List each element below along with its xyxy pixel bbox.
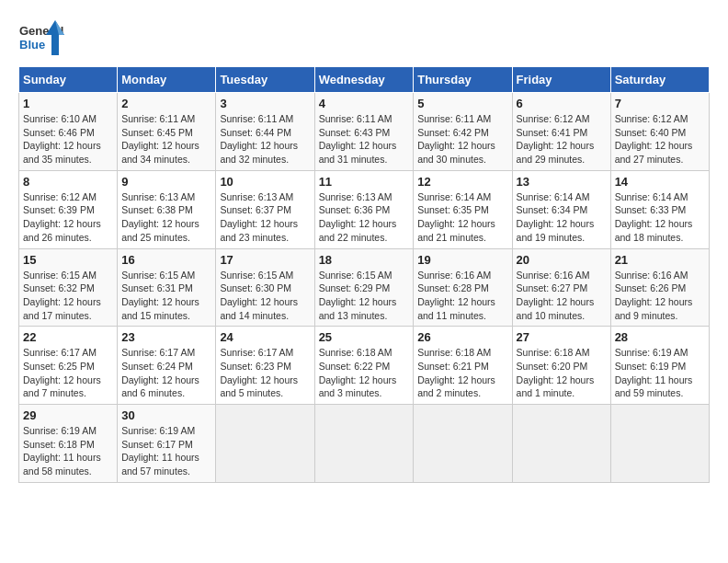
calendar-week-5: 29 Sunrise: 6:19 AMSunset: 6:18 PMDaylig… — [19, 405, 710, 483]
col-tuesday: Tuesday — [216, 67, 314, 93]
calendar-cell: 30 Sunrise: 6:19 AMSunset: 6:17 PMDaylig… — [118, 405, 216, 483]
calendar-week-4: 22 Sunrise: 6:17 AMSunset: 6:25 PMDaylig… — [19, 327, 710, 405]
calendar-cell: 26 Sunrise: 6:18 AMSunset: 6:21 PMDaylig… — [414, 327, 512, 405]
day-info: Sunrise: 6:15 AMSunset: 6:31 PMDaylight:… — [121, 270, 199, 321]
day-info: Sunrise: 6:13 AMSunset: 6:37 PMDaylight:… — [220, 191, 298, 243]
logo: General Blue — [18, 18, 64, 57]
calendar-cell: 9 Sunrise: 6:13 AMSunset: 6:38 PMDayligh… — [118, 170, 216, 248]
day-number: 21 — [615, 253, 705, 267]
calendar-cell: 13 Sunrise: 6:14 AMSunset: 6:34 PMDaylig… — [512, 170, 610, 248]
calendar-cell — [610, 405, 709, 483]
calendar-cell: 2 Sunrise: 6:11 AMSunset: 6:45 PMDayligh… — [118, 93, 216, 171]
calendar-cell: 6 Sunrise: 6:12 AMSunset: 6:41 PMDayligh… — [512, 93, 610, 171]
calendar-cell: 17 Sunrise: 6:15 AMSunset: 6:30 PMDaylig… — [216, 248, 314, 327]
page-header: General Blue — [18, 18, 710, 57]
day-info: Sunrise: 6:11 AMSunset: 6:45 PMDaylight:… — [121, 113, 199, 165]
day-number: 19 — [417, 253, 507, 267]
col-friday: Friday — [512, 67, 610, 93]
calendar-cell: 12 Sunrise: 6:14 AMSunset: 6:35 PMDaylig… — [414, 170, 512, 248]
day-number: 16 — [121, 253, 211, 267]
day-number: 26 — [417, 330, 507, 344]
day-info: Sunrise: 6:11 AMSunset: 6:42 PMDaylight:… — [417, 113, 495, 165]
day-info: Sunrise: 6:19 AMSunset: 6:19 PMDaylight:… — [615, 347, 693, 398]
calendar-week-3: 15 Sunrise: 6:15 AMSunset: 6:32 PMDaylig… — [19, 248, 710, 327]
day-number: 30 — [121, 408, 211, 422]
day-info: Sunrise: 6:19 AMSunset: 6:17 PMDaylight:… — [121, 425, 199, 477]
calendar-cell: 3 Sunrise: 6:11 AMSunset: 6:44 PMDayligh… — [216, 93, 314, 171]
day-number: 10 — [220, 175, 310, 189]
day-number: 12 — [417, 175, 507, 189]
day-info: Sunrise: 6:13 AMSunset: 6:36 PMDaylight:… — [319, 191, 397, 243]
calendar-cell: 8 Sunrise: 6:12 AMSunset: 6:39 PMDayligh… — [19, 170, 118, 248]
day-info: Sunrise: 6:14 AMSunset: 6:33 PMDaylight:… — [615, 191, 693, 243]
day-number: 29 — [23, 408, 113, 422]
calendar-cell: 16 Sunrise: 6:15 AMSunset: 6:31 PMDaylig… — [118, 248, 216, 327]
col-sunday: Sunday — [19, 67, 118, 93]
calendar-cell: 28 Sunrise: 6:19 AMSunset: 6:19 PMDaylig… — [610, 327, 709, 405]
day-number: 4 — [319, 97, 410, 110]
day-number: 24 — [220, 330, 310, 344]
calendar-cell: 10 Sunrise: 6:13 AMSunset: 6:37 PMDaylig… — [216, 170, 314, 248]
day-number: 3 — [220, 97, 310, 110]
day-info: Sunrise: 6:12 AMSunset: 6:39 PMDaylight:… — [23, 191, 101, 243]
day-info: Sunrise: 6:16 AMSunset: 6:26 PMDaylight:… — [615, 270, 693, 321]
day-number: 11 — [319, 175, 410, 189]
day-info: Sunrise: 6:13 AMSunset: 6:38 PMDaylight:… — [121, 191, 199, 243]
col-monday: Monday — [118, 67, 216, 93]
day-number: 9 — [121, 175, 211, 189]
calendar-cell: 25 Sunrise: 6:18 AMSunset: 6:22 PMDaylig… — [314, 327, 414, 405]
calendar-cell: 7 Sunrise: 6:12 AMSunset: 6:40 PMDayligh… — [610, 93, 709, 171]
day-info: Sunrise: 6:14 AMSunset: 6:35 PMDaylight:… — [417, 191, 495, 243]
day-number: 23 — [121, 330, 211, 344]
svg-text:Blue: Blue — [19, 38, 45, 52]
day-info: Sunrise: 6:10 AMSunset: 6:46 PMDaylight:… — [23, 113, 101, 165]
header-row: Sunday Monday Tuesday Wednesday Thursday… — [19, 67, 710, 93]
calendar-week-2: 8 Sunrise: 6:12 AMSunset: 6:39 PMDayligh… — [19, 170, 710, 248]
col-wednesday: Wednesday — [314, 67, 414, 93]
day-number: 5 — [417, 97, 507, 110]
calendar-cell: 21 Sunrise: 6:16 AMSunset: 6:26 PMDaylig… — [610, 248, 709, 327]
day-info: Sunrise: 6:15 AMSunset: 6:29 PMDaylight:… — [319, 270, 397, 321]
calendar-cell: 4 Sunrise: 6:11 AMSunset: 6:43 PMDayligh… — [314, 93, 414, 171]
day-number: 1 — [23, 97, 113, 110]
day-number: 13 — [517, 175, 607, 189]
calendar-cell: 5 Sunrise: 6:11 AMSunset: 6:42 PMDayligh… — [414, 93, 512, 171]
calendar-table: Sunday Monday Tuesday Wednesday Thursday… — [18, 66, 710, 483]
calendar-cell: 1 Sunrise: 6:10 AMSunset: 6:46 PMDayligh… — [19, 93, 118, 171]
day-info: Sunrise: 6:18 AMSunset: 6:20 PMDaylight:… — [517, 347, 595, 398]
day-info: Sunrise: 6:18 AMSunset: 6:21 PMDaylight:… — [417, 347, 495, 398]
day-info: Sunrise: 6:16 AMSunset: 6:27 PMDaylight:… — [517, 270, 595, 321]
calendar-cell: 19 Sunrise: 6:16 AMSunset: 6:28 PMDaylig… — [414, 248, 512, 327]
calendar-cell: 24 Sunrise: 6:17 AMSunset: 6:23 PMDaylig… — [216, 327, 314, 405]
day-info: Sunrise: 6:12 AMSunset: 6:40 PMDaylight:… — [615, 113, 693, 165]
calendar-cell: 27 Sunrise: 6:18 AMSunset: 6:20 PMDaylig… — [512, 327, 610, 405]
calendar-cell: 14 Sunrise: 6:14 AMSunset: 6:33 PMDaylig… — [610, 170, 709, 248]
day-info: Sunrise: 6:17 AMSunset: 6:25 PMDaylight:… — [23, 347, 101, 398]
day-info: Sunrise: 6:16 AMSunset: 6:28 PMDaylight:… — [417, 270, 495, 321]
col-saturday: Saturday — [610, 67, 709, 93]
day-number: 18 — [319, 253, 410, 267]
day-number: 6 — [517, 97, 607, 110]
calendar-cell: 22 Sunrise: 6:17 AMSunset: 6:25 PMDaylig… — [19, 327, 118, 405]
calendar-cell: 20 Sunrise: 6:16 AMSunset: 6:27 PMDaylig… — [512, 248, 610, 327]
day-info: Sunrise: 6:19 AMSunset: 6:18 PMDaylight:… — [23, 425, 101, 477]
day-info: Sunrise: 6:11 AMSunset: 6:44 PMDaylight:… — [220, 113, 298, 165]
day-number: 25 — [319, 330, 410, 344]
calendar-week-1: 1 Sunrise: 6:10 AMSunset: 6:46 PMDayligh… — [19, 93, 710, 171]
day-number: 20 — [517, 253, 607, 267]
day-info: Sunrise: 6:17 AMSunset: 6:23 PMDaylight:… — [220, 347, 298, 398]
day-number: 8 — [23, 175, 113, 189]
day-info: Sunrise: 6:14 AMSunset: 6:34 PMDaylight:… — [517, 191, 595, 243]
logo-svg: General Blue — [18, 18, 64, 57]
calendar-cell: 29 Sunrise: 6:19 AMSunset: 6:18 PMDaylig… — [19, 405, 118, 483]
day-number: 28 — [615, 330, 705, 344]
calendar-cell — [216, 405, 314, 483]
day-number: 14 — [615, 175, 705, 189]
day-info: Sunrise: 6:18 AMSunset: 6:22 PMDaylight:… — [319, 347, 397, 398]
day-info: Sunrise: 6:17 AMSunset: 6:24 PMDaylight:… — [121, 347, 199, 398]
day-number: 22 — [23, 330, 113, 344]
day-number: 17 — [220, 253, 310, 267]
calendar-cell: 23 Sunrise: 6:17 AMSunset: 6:24 PMDaylig… — [118, 327, 216, 405]
calendar-cell: 18 Sunrise: 6:15 AMSunset: 6:29 PMDaylig… — [314, 248, 414, 327]
day-number: 7 — [615, 97, 705, 110]
